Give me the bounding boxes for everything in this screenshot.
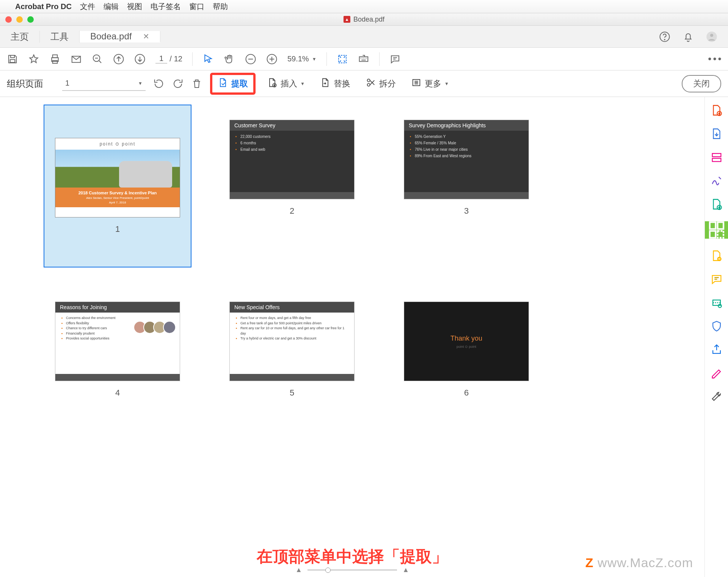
more-label: 更多 [425,78,441,89]
zoom-slider[interactable]: ▲ ▲ [295,566,409,574]
traffic-light-close[interactable] [5,16,12,23]
mail-icon[interactable] [71,53,82,65]
total-pages: 12 [174,55,182,63]
gear-list-icon [411,77,422,90]
more-icon[interactable]: ••• [710,53,721,65]
replace-label: 替换 [334,78,350,89]
page-number: 5 [290,388,294,398]
more-button[interactable]: 更多▼ [407,75,453,92]
split-button[interactable]: 拆分 [362,75,400,92]
export-pdf-icon[interactable] [710,127,723,140]
insert-label: 插入 [281,78,297,89]
page-number: 1 [115,224,120,234]
keyboard-icon[interactable] [358,53,369,65]
save-icon[interactable] [7,53,18,65]
replace-button[interactable]: 替换 [316,75,354,92]
arrow-down-icon[interactable] [134,53,146,65]
page-thumbnail-3[interactable]: Survey Demographics Highlights 55% Gener… [404,120,529,199]
tab-active-document[interactable]: Bodea.pdf ✕ [80,31,160,42]
thumb-large-icon: ▲ [402,566,409,574]
menu-view[interactable]: 视图 [127,2,142,12]
organize-pages-icon-active[interactable] [705,221,728,239]
svg-rect-4 [10,59,15,63]
page-thumbnail-5[interactable]: New Special Offers Rent four or more day… [229,302,355,381]
close-button[interactable]: 关闭 [682,75,721,92]
svg-rect-24 [709,222,715,229]
combine-icon[interactable] [710,198,723,211]
page-number: 3 [464,206,469,216]
tab-tools[interactable]: 工具 [40,31,80,43]
tab-home[interactable]: 主页 [0,31,40,43]
share-icon[interactable] [710,343,723,356]
print-icon[interactable] [49,53,61,65]
page-thumbnail-4[interactable]: Reasons for Joining Concerns about the e… [55,302,180,381]
sticky-note-icon[interactable] [389,53,401,65]
extract-label: 提取 [231,78,248,89]
document-tabbar: 主页 工具 Bodea.pdf ✕ [0,26,728,48]
thumb-small-icon: ▲ [295,566,302,574]
page-thumbnail-1-selected[interactable]: point ⊙ point 2018 Customer Survey & Inc… [44,105,191,267]
zoom-level-select[interactable]: 59.1%▼ [287,55,317,63]
svg-rect-21 [712,153,721,157]
split-label: 拆分 [379,78,396,89]
tab-close-icon[interactable]: ✕ [143,32,149,41]
current-page-input[interactable]: 1 [155,54,167,64]
trash-icon[interactable] [191,78,202,89]
minus-icon[interactable] [245,53,256,65]
svg-rect-15 [359,56,368,61]
page-number: 4 [115,388,120,398]
menu-edit[interactable]: 编辑 [104,2,119,12]
protect-icon[interactable] [710,320,723,333]
scan-icon[interactable] [710,296,723,309]
extract-page-icon [218,77,228,90]
fill-sign-icon[interactable] [710,367,723,380]
hand-tool-icon[interactable] [224,53,235,65]
sign-icon[interactable] [710,174,723,187]
page-thumbnail-2[interactable]: Customer Survey 22,000 customers 6 month… [229,120,355,199]
svg-point-18 [367,83,370,86]
svg-point-17 [367,79,370,81]
window-titlebar: ▲ Bodea.pdf [0,13,728,26]
help-icon[interactable] [659,31,670,42]
create-pdf-icon[interactable] [710,104,723,117]
tools-icon[interactable] [710,390,723,403]
plus-icon[interactable] [266,53,278,65]
menu-file[interactable]: 文件 [80,2,95,12]
svg-point-30 [718,304,722,308]
fit-icon[interactable] [337,53,348,65]
menu-window[interactable]: 窗口 [189,2,204,12]
selection-tool-icon[interactable] [202,53,214,65]
window-title: Bodea.pdf [353,16,384,23]
rotate-left-icon[interactable] [153,78,165,89]
user-avatar-icon[interactable] [706,31,717,42]
page-thumbnail-6[interactable]: Thank you point ⊙ point [404,302,529,381]
bell-icon[interactable] [682,31,694,42]
main-toolbar: 1 / 12 59.1%▼ ••• [0,48,728,70]
menu-esign[interactable]: 电子签名 [151,2,181,12]
svg-rect-25 [717,222,723,229]
workspace: point ⊙ point 2018 Customer Survey & Inc… [0,97,728,577]
star-icon[interactable] [28,53,39,65]
zoom-out-icon[interactable] [92,53,103,65]
page-thumbnail[interactable]: point ⊙ point 2018 Customer Survey & Inc… [55,138,180,217]
comment-icon[interactable] [710,273,723,286]
menu-help[interactable]: 帮助 [213,2,228,12]
app-name[interactable]: Acrobat Pro DC [15,2,72,11]
compress-icon[interactable] [710,249,723,262]
traffic-light-maximize[interactable] [27,16,34,23]
extract-button[interactable]: 提取 [210,73,256,95]
page-number: 6 [464,388,469,398]
mac-menubar: Acrobat Pro DC 文件 编辑 视图 电子签名 窗口 帮助 [0,0,728,13]
page-range-select[interactable]: 1▼ [62,77,146,91]
svg-point-1 [664,39,665,40]
svg-point-3 [710,34,713,37]
svg-rect-26 [709,231,715,238]
edit-pdf-icon[interactable] [710,151,723,164]
insert-button[interactable]: 插入▼ [263,75,309,92]
thumbnail-area[interactable]: point ⊙ point 2018 Customer Survey & Inc… [0,97,704,577]
page-number: 2 [290,206,294,216]
page-separator: / [169,55,172,63]
rotate-right-icon[interactable] [172,78,184,89]
traffic-light-minimize[interactable] [16,16,23,23]
arrow-up-icon[interactable] [113,53,124,65]
